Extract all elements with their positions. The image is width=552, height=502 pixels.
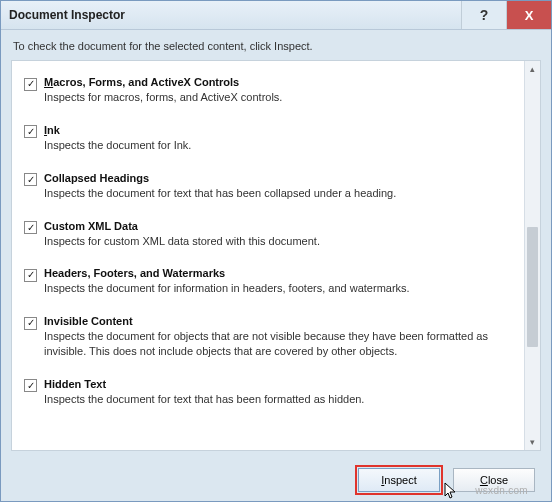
close-button[interactable]: X — [506, 1, 551, 29]
item-macros: ✓ Macros, Forms, and ActiveX Controls In… — [20, 71, 516, 119]
help-button[interactable]: ? — [461, 1, 506, 29]
item-title: Collapsed Headings — [44, 172, 512, 184]
item-title: Invisible Content — [44, 315, 512, 327]
item-invisible-content: ✓ Invisible Content Inspects the documen… — [20, 310, 516, 373]
item-desc: Inspects the document for text that has … — [44, 392, 512, 407]
item-title: Custom XML Data — [44, 220, 512, 232]
item-desc: Inspects for custom XML data stored with… — [44, 234, 512, 249]
item-collapsed-headings: ✓ Collapsed Headings Inspects the docume… — [20, 167, 516, 215]
item-title: Macros, Forms, and ActiveX Controls — [44, 76, 512, 88]
checkbox-ink[interactable]: ✓ — [24, 125, 37, 138]
checkbox-custom-xml[interactable]: ✓ — [24, 221, 37, 234]
item-headers-footers: ✓ Headers, Footers, and Watermarks Inspe… — [20, 262, 516, 310]
item-title: Hidden Text — [44, 378, 512, 390]
scroll-track[interactable] — [525, 77, 540, 434]
checkbox-invisible-content[interactable]: ✓ — [24, 317, 37, 330]
inspect-button[interactable]: Inspect — [358, 468, 440, 492]
content-area: ✓ Macros, Forms, and ActiveX Controls In… — [11, 60, 541, 451]
dialog-title: Document Inspector — [9, 8, 461, 22]
item-custom-xml: ✓ Custom XML Data Inspects for custom XM… — [20, 215, 516, 263]
item-desc: Inspects the document for information in… — [44, 281, 512, 296]
checkbox-headers-footers[interactable]: ✓ — [24, 269, 37, 282]
inspect-highlight: Inspect — [355, 465, 443, 495]
checkbox-hidden-text[interactable]: ✓ — [24, 379, 37, 392]
checkbox-macros[interactable]: ✓ — [24, 78, 37, 91]
title-buttons: ? X — [461, 1, 551, 29]
scroll-thumb[interactable] — [527, 227, 538, 347]
dialog-footer: Inspect Close — [1, 459, 551, 501]
item-ink: ✓ Ink Inspects the document for Ink. — [20, 119, 516, 167]
watermark: wsxdn.com — [475, 485, 528, 496]
titlebar: Document Inspector ? X — [1, 1, 551, 30]
item-desc: Inspects the document for text that has … — [44, 186, 512, 201]
instruction-text: To check the document for the selected c… — [1, 30, 551, 60]
item-desc: Inspects for macros, forms, and ActiveX … — [44, 90, 512, 105]
item-hidden-text: ✓ Hidden Text Inspects the document for … — [20, 373, 516, 421]
scrollbar[interactable]: ▴ ▾ — [524, 61, 540, 450]
close-icon: X — [525, 8, 534, 23]
scroll-up-icon[interactable]: ▴ — [525, 61, 540, 77]
checkbox-collapsed-headings[interactable]: ✓ — [24, 173, 37, 186]
item-title: Headers, Footers, and Watermarks — [44, 267, 512, 279]
scroll-down-icon[interactable]: ▾ — [525, 434, 540, 450]
item-desc: Inspects the document for Ink. — [44, 138, 512, 153]
help-icon: ? — [480, 7, 489, 23]
document-inspector-dialog: Document Inspector ? X To check the docu… — [0, 0, 552, 502]
scroll-viewport: ✓ Macros, Forms, and ActiveX Controls In… — [12, 61, 524, 450]
item-desc: Inspects the document for objects that a… — [44, 329, 512, 359]
item-title: Ink — [44, 124, 512, 136]
inspection-items: ✓ Macros, Forms, and ActiveX Controls In… — [12, 61, 524, 425]
